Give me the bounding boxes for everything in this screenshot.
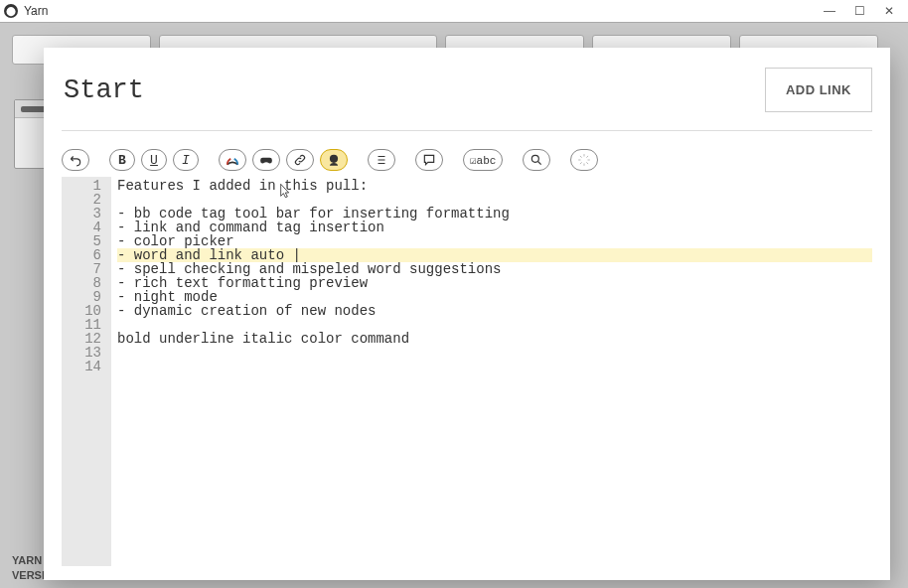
italic-button[interactable]: I: [173, 149, 199, 171]
gutter-line: 6: [62, 248, 101, 262]
node-editor-modal: ADD LINK B U I ☑abc: [44, 48, 890, 580]
code-line[interactable]: - color picker: [117, 234, 872, 248]
code-line[interactable]: [117, 193, 872, 207]
spellcheck-button[interactable]: ☑abc: [463, 149, 503, 171]
list-icon: [375, 153, 388, 167]
gutter-line: 11: [62, 318, 101, 332]
gutter-line: 10: [62, 304, 101, 318]
line-gutter: 1234567891011121314: [62, 177, 111, 566]
code-line[interactable]: - night mode: [117, 290, 872, 304]
gutter-line: 1: [62, 179, 101, 193]
editor-toolbar: B U I ☑abc: [62, 131, 872, 177]
color-arc-icon: [226, 153, 239, 167]
code-line[interactable]: - word and link auto |: [117, 248, 872, 262]
code-line[interactable]: [117, 318, 872, 332]
speech-button[interactable]: [415, 149, 443, 171]
gamepad-icon: [259, 153, 273, 167]
link-button[interactable]: [286, 149, 314, 171]
app-icon: ⬤: [4, 4, 18, 18]
gutter-line: 2: [62, 193, 101, 207]
code-content[interactable]: Features I added in this pull:- bb code …: [111, 177, 872, 566]
list-button[interactable]: [368, 149, 395, 171]
gutter-line: 13: [62, 346, 101, 360]
window-title: Yarn: [24, 4, 48, 18]
star-icon: [577, 153, 591, 167]
link-chain-icon: [293, 153, 307, 167]
chat-head-button[interactable]: [320, 149, 348, 171]
window-minimize-button[interactable]: —: [815, 4, 844, 18]
svg-point-1: [532, 155, 539, 162]
speech-bubble-icon: [422, 153, 436, 167]
gutter-line: 9: [62, 290, 101, 304]
night-mode-button[interactable]: [570, 149, 598, 171]
svg-point-0: [330, 155, 338, 163]
chat-head-icon: [327, 153, 341, 167]
gutter-line: 3: [62, 207, 101, 220]
gutter-line: 8: [62, 276, 101, 290]
color-picker-button[interactable]: [219, 149, 246, 171]
code-line[interactable]: [117, 346, 872, 360]
add-link-button[interactable]: ADD LINK: [765, 68, 872, 112]
magnify-icon: [530, 153, 543, 167]
code-line[interactable]: [117, 360, 872, 373]
code-line[interactable]: - bb code tag tool bar for inserting for…: [117, 207, 872, 220]
modal-header: ADD LINK: [62, 62, 872, 131]
undo-icon: [69, 153, 82, 167]
window-titlebar: ⬤ Yarn — ☐ ✕: [0, 0, 908, 22]
code-line[interactable]: Features I added in this pull:: [117, 179, 872, 193]
code-line[interactable]: - dynamic creation of new nodes: [117, 304, 872, 318]
code-line[interactable]: - link and command tag insertion: [117, 220, 872, 234]
gutter-line: 14: [62, 360, 101, 373]
code-line[interactable]: - spell checking and mispeled word sugge…: [117, 262, 872, 276]
undo-button[interactable]: [62, 149, 89, 171]
window-close-button[interactable]: ✕: [874, 4, 904, 18]
bold-button[interactable]: B: [109, 149, 135, 171]
gutter-line: 7: [62, 262, 101, 276]
node-title-input[interactable]: [62, 74, 765, 106]
underline-button[interactable]: U: [141, 149, 167, 171]
window-maximize-button[interactable]: ☐: [844, 4, 874, 18]
command-button[interactable]: [252, 149, 280, 171]
code-editor[interactable]: 1234567891011121314 Features I added in …: [62, 177, 872, 566]
code-line[interactable]: bold underline italic color command: [117, 332, 872, 346]
gutter-line: 5: [62, 234, 101, 248]
code-line[interactable]: - rich text formatting preview: [117, 276, 872, 290]
search-button[interactable]: [523, 149, 550, 171]
gutter-line: 4: [62, 220, 101, 234]
gutter-line: 12: [62, 332, 101, 346]
